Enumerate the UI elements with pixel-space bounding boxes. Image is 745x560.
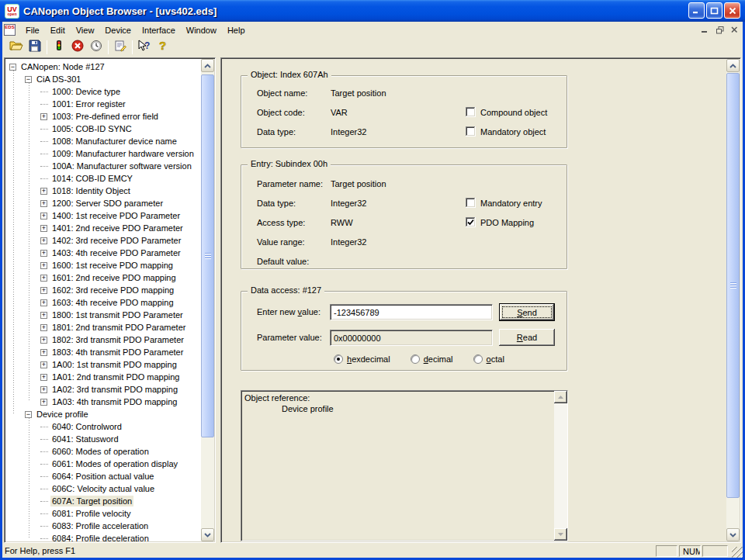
tree-item-label[interactable]: 1008: Manufacturer device name (50, 136, 178, 147)
tree-item[interactable]: 6041: Statusword (6, 433, 200, 445)
radio-decimal[interactable]: decimal (411, 354, 453, 364)
radio-icon[interactable] (473, 354, 483, 364)
tree-item[interactable]: +1A00: 1st transmit PDO mapping (6, 358, 200, 371)
tree-item[interactable]: +1402: 3rd receive PDO Parameter (6, 234, 200, 247)
tree-item[interactable]: 1005: COB-ID SYNC (6, 123, 200, 135)
tree-item-label[interactable]: 1403: 4th receive PDO Parameter (50, 247, 182, 258)
tree-item-label[interactable]: 1801: 2nd transmit PDO Parameter (50, 322, 187, 333)
tree-item[interactable]: 6040: Controlword (6, 420, 200, 433)
tree-item[interactable]: +1003: Pre-defined error field (6, 110, 200, 123)
new-value-input[interactable] (330, 304, 493, 320)
context-help-button[interactable]: ? (135, 39, 154, 56)
close-button[interactable] (724, 2, 740, 19)
tree-item[interactable]: +1200: Server SDO parameter (6, 197, 200, 209)
menu-file[interactable]: File (20, 23, 45, 37)
tree-item-label[interactable]: 1014: COB-ID EMCY (50, 173, 134, 184)
go-online-button[interactable] (50, 39, 68, 56)
collapse-icon[interactable]: − (25, 76, 32, 83)
tree-item-label[interactable]: 1400: 1st receive PDO Parameter (50, 210, 182, 221)
scroll-up-icon[interactable] (201, 59, 214, 72)
tree-item[interactable]: +1603: 4th receive PDO mapping (6, 296, 200, 309)
tree-item[interactable]: +1018: Identity Object (6, 185, 200, 197)
collapse-icon[interactable]: − (9, 64, 16, 71)
send-button[interactable]: Send (499, 303, 555, 321)
expand-icon[interactable]: + (40, 324, 47, 331)
expand-icon[interactable]: + (40, 225, 47, 232)
tree-item[interactable]: 606C: Velocity actual value (6, 482, 200, 495)
tree-item-label[interactable]: 1A00: 1st transmit PDO mapping (50, 359, 178, 370)
tree-item[interactable]: +1600: 1st receive PDO mapping (6, 259, 200, 271)
tree-item-label[interactable]: 1001: Error register (50, 99, 127, 109)
expand-icon[interactable]: + (40, 399, 47, 406)
tree-item[interactable]: 607A: Target position (6, 495, 200, 507)
tree-item-label[interactable]: 1000: Device type (50, 86, 122, 97)
expand-icon[interactable]: + (40, 374, 47, 381)
expand-icon[interactable]: + (40, 299, 47, 306)
tree-item[interactable]: 6081: Profile velocity (6, 507, 200, 520)
menu-help[interactable]: Help (222, 23, 251, 37)
tree-scrollbar[interactable] (201, 59, 214, 541)
maximize-button[interactable] (706, 2, 722, 19)
tree-item-label[interactable]: CANopen: Node #127 (19, 61, 106, 72)
tree-item[interactable]: +1400: 1st receive PDO Parameter (6, 209, 200, 222)
tree-item-label[interactable]: 1601: 2nd receive PDO mapping (50, 272, 178, 283)
tree-item[interactable]: +1802: 3rd transmit PDO Parameter (6, 334, 200, 346)
tree-item[interactable]: +1403: 4th receive PDO Parameter (6, 247, 200, 259)
resize-grip[interactable] (732, 547, 743, 558)
object-reference-box[interactable]: Object reference: Device profile (241, 390, 568, 541)
title-bar[interactable]: UV open CANopen Object Browser - [uvs402… (0, 0, 745, 22)
tree-item[interactable]: −CANopen: Node #127 (6, 60, 200, 73)
menu-edit[interactable]: Edit (45, 23, 71, 37)
tree-item-label[interactable]: 6061: Modes of operation display (50, 458, 179, 469)
mdi-restore-button[interactable] (713, 24, 726, 36)
read-button[interactable]: Read (499, 329, 555, 346)
tree-item[interactable]: +1A03: 4th transmit PDO mapping (6, 396, 200, 408)
minimize-button[interactable] (688, 2, 705, 19)
tree-item[interactable]: 1014: COB-ID EMCY (6, 172, 200, 185)
tree-item[interactable]: −Device profile (6, 408, 200, 420)
tree-item[interactable]: +1601: 2nd receive PDO mapping (6, 271, 200, 284)
tree-item[interactable]: +1803: 4th transmit PDO Parameter (6, 346, 200, 358)
menu-interface[interactable]: Interface (137, 23, 181, 37)
expand-icon[interactable]: + (40, 349, 47, 356)
tree-item[interactable]: +1401: 2nd receive PDO Parameter (6, 222, 200, 234)
radio-octal[interactable]: octal (473, 354, 504, 364)
tree-item-label[interactable]: 1401: 2nd receive PDO Parameter (50, 223, 185, 233)
expand-icon[interactable]: + (40, 250, 47, 257)
tree-item-label[interactable]: 1800: 1st transmit PDO Parameter (50, 309, 185, 320)
tree-item[interactable]: 1001: Error register (6, 98, 200, 110)
tree-item-label[interactable]: Device profile (35, 409, 90, 420)
tree-item-label[interactable]: 607A: Target position (50, 496, 133, 506)
tree-item[interactable]: +1A02: 3rd transmit PDO mapping (6, 383, 200, 396)
mdi-close-button[interactable] (728, 24, 741, 36)
collapse-icon[interactable]: − (25, 411, 32, 418)
tree-item-label[interactable]: 100A: Manufacturer software version (50, 161, 193, 171)
tree-item[interactable]: +1602: 3rd receive PDO mapping (6, 284, 200, 296)
expand-icon[interactable]: + (40, 312, 47, 319)
tree-item[interactable]: +1801: 2nd transmit PDO Parameter (6, 321, 200, 334)
expand-icon[interactable]: + (40, 262, 47, 269)
menu-view[interactable]: View (71, 23, 100, 37)
checkbox-mandatory-object[interactable]: Mandatory object (466, 126, 546, 137)
unchecked-checkbox-icon[interactable] (466, 198, 476, 208)
expand-icon[interactable]: + (40, 213, 47, 220)
tree-item[interactable]: 6083: Profile acceleration (6, 520, 200, 532)
expand-icon[interactable]: + (40, 361, 47, 368)
tree-item[interactable]: +1800: 1st transmit PDO Parameter (6, 309, 200, 321)
expand-icon[interactable]: + (40, 200, 47, 207)
tree-item[interactable]: 100A: Manufacturer software version (6, 160, 200, 172)
tree-item-label[interactable]: 1803: 4th transmit PDO Parameter (50, 347, 185, 358)
tree-item-label[interactable]: 606C: Velocity actual value (50, 483, 156, 494)
properties-button[interactable] (111, 39, 130, 56)
checkbox-compound-object[interactable]: Compound object (466, 107, 547, 117)
tree-item-label[interactable]: 1005: COB-ID SYNC (50, 123, 133, 134)
unchecked-checkbox-icon[interactable] (466, 107, 476, 117)
radio-icon[interactable] (411, 354, 420, 364)
mdi-minimize-button[interactable] (698, 24, 712, 36)
tree-item-label[interactable]: 1603: 4th receive PDO mapping (50, 297, 175, 308)
radio-hexdecimal[interactable]: hexdecimal (334, 354, 390, 364)
parameter-value-input[interactable] (330, 330, 493, 346)
expand-icon[interactable]: + (40, 337, 47, 344)
scroll-up-icon[interactable] (726, 59, 740, 72)
scroll-down-icon[interactable] (726, 528, 740, 541)
